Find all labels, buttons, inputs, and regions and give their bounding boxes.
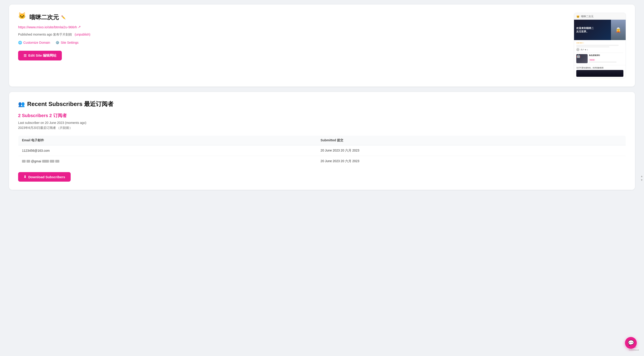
site-url-row: https://www.mixo.io/site/btmlai2u-966rh …: [18, 25, 567, 31]
email-cell: @gmai: [18, 156, 317, 167]
col-submitted-header: Submitted 提交: [317, 136, 626, 146]
site-info: 🐱 喵咪二次元 ✏️ https://www.mixo.io/site/btml…: [18, 13, 567, 60]
preview-text-line-2: [576, 46, 609, 47]
customize-domain-link[interactable]: 🌐 Customize Domain: [18, 41, 50, 44]
site-card: 🐱 喵咪二次元 ✏️ https://www.mixo.io/site/btml…: [9, 4, 635, 86]
email-cell: 1123456@163.com: [18, 146, 317, 156]
site-settings-link[interactable]: ⚙️ Site Settings: [56, 41, 78, 44]
preview-tag: ¥3233: [589, 59, 595, 61]
preview-user-text: 用户 ★ 1: [580, 48, 588, 51]
preview-hero-image: 🧝: [611, 20, 626, 40]
preview-user-avatar: [576, 48, 580, 51]
preview-header: 🐱 喵咪二次元: [574, 13, 626, 20]
preview-section-title: 角色变装系列: [589, 54, 624, 56]
edit-site-button-icon: ☰: [24, 54, 26, 58]
preview-text-line-3: [589, 62, 616, 62]
preview-user-row: 用户 ★ 1: [576, 48, 624, 51]
table-row: @gmai 20 June 2023 20 六月 2023: [18, 156, 626, 167]
download-icon: ⬇: [24, 175, 26, 179]
preview-favicon: 🐱: [576, 15, 580, 18]
scroll-hint: ▲ ▼: [640, 173, 644, 184]
site-avatar: 🐱: [18, 13, 27, 22]
scroll-down-icon: ▼: [640, 178, 643, 182]
preview-hero: 欢迎来到喵咪二次元世界。 🧝: [574, 20, 626, 40]
external-link-icon: ↗: [78, 25, 81, 29]
subscribers-last-en: Last subscriber on 20 June 2023 (moments…: [18, 121, 626, 124]
table-header-row: Email 电子邮件 Submitted 提交: [18, 136, 626, 146]
preview-bottom-text: 无尽可爱动漫角色，你所想象都满: [576, 66, 624, 69]
site-published-text: Published moments ago 发布于片刻前 (unpublish): [18, 32, 567, 37]
subscribers-table: Email 电子邮件 Submitted 提交 1123456@163.com2…: [18, 136, 626, 167]
preview-section: 🤖 角色变装系列 ¥3233: [576, 52, 624, 63]
preview-bottom: 无尽可爱动漫角色，你所想象都满: [574, 65, 626, 78]
edit-site-button[interactable]: ☰ Edit Site 编辑网站: [18, 51, 62, 60]
preview-hero-title: 欢迎来到喵咪二次元世界。: [576, 26, 594, 34]
blurred-email: @gmai: [22, 160, 59, 163]
chat-bubble-button[interactable]: 💬: [625, 337, 637, 349]
subscribers-count: 2 Subscribers 2 订阅者: [18, 112, 626, 119]
preview-stars: ★★★★☆: [576, 42, 624, 44]
unpublish-link[interactable]: (unpublish): [75, 32, 90, 36]
site-url-link[interactable]: https://www.mixo.io/site/btmlai2u-966rh …: [18, 25, 81, 29]
table-row: 1123456@163.com20 June 2023 20 六月 2023: [18, 146, 626, 156]
preview-section-image: 🤖: [576, 54, 588, 63]
site-preview: 🐱 喵咪二次元 欢迎来到喵咪二次元世界。 🧝 ★★★★☆ 用户 ★ 1 🤖 角色…: [574, 13, 626, 78]
preview-site-name-small: 喵咪二次元: [581, 15, 594, 18]
subscribers-card: 👥 Recent Subscribers 最近订阅者 2 Subscribers…: [9, 92, 635, 190]
subscribers-last-cn: 2023年6月20日最后订阅者 （片刻前）: [18, 126, 626, 130]
preview-section-text: 角色变装系列 ¥3233: [589, 54, 624, 63]
edit-site-name-icon[interactable]: ✏️: [61, 15, 66, 20]
preview-text-line-1: [576, 45, 619, 46]
site-title-row: 🐱 喵咪二次元 ✏️: [18, 13, 567, 22]
scroll-up-icon: ▲: [640, 174, 643, 178]
site-name: 喵咪二次元: [30, 13, 59, 21]
site-settings-icon: ⚙️: [56, 41, 59, 44]
download-subscribers-button[interactable]: ⬇ Download Subscribers: [18, 172, 71, 182]
col-email-header: Email 电子邮件: [18, 136, 317, 146]
subscribers-section-icon: 👥: [18, 101, 25, 107]
submitted-cell: 20 June 2023 20 六月 2023: [317, 156, 626, 167]
chat-bubble-icon: 💬: [628, 340, 634, 346]
preview-body: ★★★★☆ 用户 ★ 1 🤖 角色变装系列 ¥3233: [574, 40, 626, 65]
preview-bottom-image: [576, 70, 624, 77]
submitted-cell: 20 June 2023 20 六月 2023: [317, 146, 626, 156]
section-title-row: 👥 Recent Subscribers 最近订阅者: [18, 100, 626, 108]
subscribers-section-title: Recent Subscribers 最近订阅者: [27, 100, 114, 108]
customize-domain-icon: 🌐: [18, 41, 22, 44]
site-actions: 🌐 Customize Domain ⚙️ Site Settings: [18, 41, 567, 44]
